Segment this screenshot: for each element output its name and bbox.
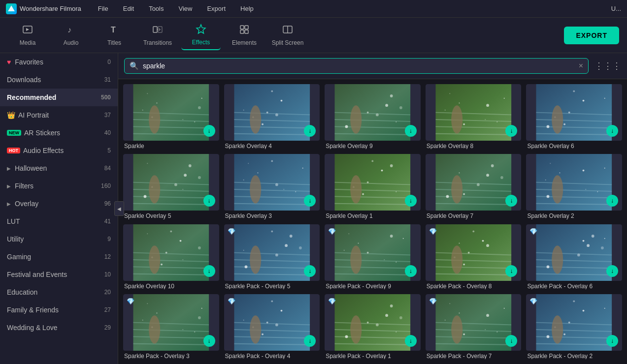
- effects-grid: ↓Sparkle↓Sparkle Overlay 4↓Sparkle Overl…: [118, 79, 627, 364]
- download-badge: ↓: [203, 265, 215, 277]
- sidebar-item-recommended[interactable]: Recommended 500: [0, 89, 118, 106]
- svg-point-142: [545, 180, 546, 181]
- menu-view[interactable]: View: [175, 3, 195, 14]
- sidebar-festival-events-label: Festival and Events: [7, 271, 67, 278]
- grid-item[interactable]: ↓Sparkle Overlay 6: [526, 84, 622, 149]
- svg-point-33: [280, 100, 282, 102]
- svg-point-280: [547, 335, 550, 338]
- grid-item[interactable]: ↓Sparkle Overlay 7: [426, 154, 522, 219]
- sidebar-item-downloads[interactable]: Downloads 31: [0, 71, 118, 89]
- tab-titles[interactable]: T Titles: [95, 21, 134, 50]
- svg-point-277: [604, 308, 605, 309]
- premium-badge: 💎: [227, 297, 236, 306]
- tab-media[interactable]: Media: [8, 21, 47, 50]
- grid-item[interactable]: ↓💎Sparkle Pack - Overlay 1: [325, 294, 421, 359]
- menu-edit[interactable]: Edit: [120, 3, 137, 14]
- tab-elements[interactable]: Elements: [225, 21, 264, 50]
- grid-item[interactable]: ↓Sparkle Overlay 10: [123, 224, 219, 289]
- svg-point-276: [568, 321, 570, 323]
- sidebar-item-education[interactable]: Education 20: [0, 283, 118, 301]
- search-bar: 🔍 × ⋮⋮⋮: [118, 53, 627, 79]
- menu-file[interactable]: File: [95, 3, 111, 14]
- sidebar-item-halloween[interactable]: ▶ Halloween 84: [0, 159, 118, 177]
- sidebar-lut-label: LUT: [7, 217, 20, 225]
- grid-item[interactable]: ↓💎Sparkle Pack - Overlay 4: [224, 294, 320, 359]
- svg-point-45: [390, 94, 393, 97]
- svg-point-146: [586, 189, 587, 190]
- svg-point-241: [250, 315, 261, 344]
- svg-point-267: [485, 329, 486, 330]
- sidebar-item-utility[interactable]: Utility 9: [0, 230, 118, 248]
- svg-point-170: [243, 249, 244, 250]
- svg-point-92: [182, 189, 183, 190]
- svg-point-129: [486, 174, 489, 177]
- sidebar-item-family-friends[interactable]: Family & Friends 27: [0, 301, 118, 319]
- sidebar-downloads-count: 31: [104, 76, 111, 83]
- svg-point-58: [449, 93, 450, 94]
- grid-item[interactable]: ↓💎Sparkle Pack - Overlay 3: [123, 294, 219, 359]
- grid-view-icon[interactable]: ⋮⋮⋮: [594, 61, 621, 71]
- svg-point-254: [350, 315, 362, 344]
- svg-point-39: [250, 105, 261, 134]
- menu-help[interactable]: Help: [237, 3, 257, 14]
- grid-item[interactable]: ↓💎Sparkle Pack - Overlay 9: [325, 224, 421, 289]
- svg-point-239: [275, 323, 278, 326]
- sidebar-recommended-count: 500: [101, 94, 111, 101]
- grid-item[interactable]: ↓Sparkle: [123, 84, 219, 149]
- svg-point-260: [449, 303, 450, 304]
- svg-point-145: [547, 195, 550, 198]
- grid-item[interactable]: ↓💎Sparkle Pack - Overlay 2: [526, 294, 622, 359]
- sidebar-item-ar-stickers[interactable]: NEW AR Stickers 40: [0, 124, 118, 142]
- grid-item[interactable]: ↓💎Sparkle Pack - Overlay 5: [224, 224, 320, 289]
- menu-tools[interactable]: Tools: [146, 3, 166, 14]
- svg-point-90: [174, 183, 177, 186]
- sidebar-item-wedding-love[interactable]: Wedding & Love 29: [0, 319, 118, 336]
- premium-badge: 💎: [429, 227, 437, 236]
- sidebar-utility-count: 9: [107, 236, 111, 243]
- svg-point-173: [244, 265, 247, 268]
- svg-point-275: [583, 309, 585, 311]
- grid-item[interactable]: ↓Sparkle Overlay 1: [325, 154, 421, 219]
- sidebar-ar-stickers-count: 40: [104, 129, 111, 136]
- effects-icon: [196, 24, 206, 37]
- svg-point-196: [482, 240, 484, 242]
- grid-item[interactable]: ↓Sparkle Overlay 9: [325, 84, 421, 149]
- menu-export[interactable]: Export: [204, 3, 229, 14]
- grid-item[interactable]: ↓Sparkle Overlay 5: [123, 154, 219, 219]
- sidebar-audio-effects-label: Audio Effects: [23, 147, 64, 154]
- sidebar-item-favorites[interactable]: ♥ Favorites 0: [0, 53, 118, 71]
- svg-point-61: [486, 104, 489, 107]
- grid-item[interactable]: ↓Sparkle Overlay 4: [224, 84, 320, 149]
- grid-item-label: Sparkle Pack - Overlay 3: [123, 351, 219, 359]
- tab-effects[interactable]: Effects: [181, 21, 221, 50]
- svg-point-74: [568, 112, 570, 114]
- svg-point-236: [243, 320, 244, 321]
- grid-item[interactable]: ↓Sparkle Overlay 3: [224, 154, 320, 219]
- sidebar-item-festival-events[interactable]: Festival and Events 10: [0, 266, 118, 283]
- search-input[interactable]: [143, 62, 575, 70]
- grid-item[interactable]: ↓Sparkle Overlay 8: [426, 84, 522, 149]
- premium-badge: 💎: [126, 297, 135, 306]
- sidebar-item-overlay[interactable]: ▶ Overlay 96: [0, 195, 118, 212]
- search-clear-button[interactable]: ×: [579, 61, 583, 70]
- sidebar-item-lut[interactable]: LUT 41: [0, 212, 118, 230]
- sidebar-item-ai-portrait[interactable]: 👑 AI Portrait 37: [0, 106, 118, 124]
- svg-point-266: [463, 333, 465, 335]
- svg-point-38: [262, 123, 264, 125]
- svg-rect-9: [240, 30, 244, 33]
- tab-audio[interactable]: ♪ Audio: [51, 21, 91, 50]
- svg-point-226: [194, 332, 195, 333]
- sidebar-item-gaming[interactable]: Gaming 12: [0, 248, 118, 266]
- grid-item[interactable]: ↓💎Sparkle Pack - Overlay 8: [426, 224, 522, 289]
- grid-item[interactable]: ↓💎Sparkle Pack - Overlay 6: [526, 224, 622, 289]
- download-badge: ↓: [505, 265, 517, 277]
- sidebar-item-audio-effects[interactable]: HOT Audio Effects 5: [0, 142, 118, 159]
- transitions-icon: [152, 24, 163, 37]
- grid-item[interactable]: ↓💎Sparkle Pack - Overlay 7: [426, 294, 522, 359]
- grid-item[interactable]: ↓Sparkle Overlay 2: [526, 154, 622, 219]
- export-button[interactable]: EXPORT: [564, 27, 619, 44]
- tab-split-screen[interactable]: Split Screen: [268, 21, 307, 50]
- sidebar-item-filters[interactable]: ▶ Filters 160: [0, 177, 118, 195]
- sidebar-collapse-button[interactable]: ◀: [114, 201, 124, 216]
- tab-transitions[interactable]: Transitions: [138, 21, 177, 50]
